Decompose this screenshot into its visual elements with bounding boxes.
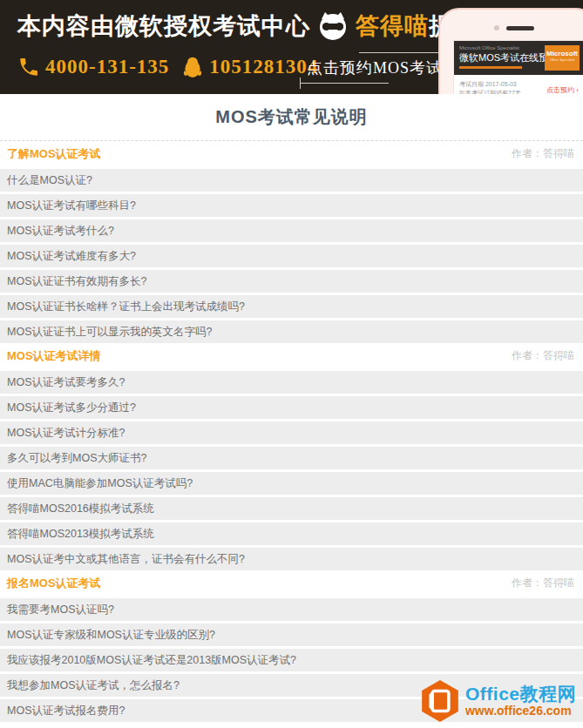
phone-camera-dot	[494, 25, 499, 30]
datamiao-cat-icon	[315, 11, 350, 41]
section-header: 报名MOS认证考试 作者：答得喵	[0, 570, 583, 596]
phone-icon	[17, 56, 40, 78]
phone-exam-list-item: 考试日期 2017-05-03 距离考试过期还有27天 点击预约 ›	[454, 75, 583, 94]
page-title: MOS考试常见说明	[0, 94, 583, 141]
watermark-site-name: Office教程网	[465, 684, 576, 704]
question-item[interactable]: 我应该报考2010版MOS认证考试还是2013版MOS认证考试?	[0, 649, 583, 671]
phone-speaker-slot	[506, 26, 534, 30]
phone-mockup: Microsoft Office Specialist 微软MOS考试在线预约 …	[438, 8, 583, 94]
question-item[interactable]: MOS认证专家级和MOS认证专业级的区别?	[0, 624, 583, 646]
top-banner: 本内容由微软授权考试中心 答得喵 提供 4000-131-135 1051281…	[0, 0, 583, 94]
question-item[interactable]: 答得喵MOS2013模拟考试系统	[0, 522, 583, 545]
question-item[interactable]: 使用MAC电脑能参加MOS认证考试吗?	[0, 472, 583, 495]
faq-list: 了解MOS认证考试 作者：答得喵 什么是MOS认证? MOS认证考试有哪些科目?…	[0, 141, 583, 722]
microsoft-logo-badge: Microsoft Office Specialist	[545, 45, 580, 71]
section-title[interactable]: 报名MOS认证考试	[7, 570, 101, 596]
question-item[interactable]: 我需要考MOS认证吗?	[0, 598, 583, 621]
phone-book-link: 点击预约 ›	[546, 85, 579, 94]
question-item[interactable]: 答得喵MOS2016模拟考试系统	[0, 497, 583, 520]
phone-app-url-bar	[459, 66, 522, 69]
banner-contacts: 4000-131-135 1051281304	[17, 56, 330, 78]
question-item[interactable]: MOS认证考试要考多久?	[0, 371, 583, 394]
watermark-site-url: www.office26.com	[465, 704, 576, 718]
cta-bracket-bottom-tick	[300, 78, 301, 89]
question-item[interactable]: 多久可以考到MOS大师证书?	[0, 447, 583, 469]
section-author: 作者：答得喵	[512, 570, 574, 596]
question-item[interactable]: MOS认证证书上可以显示我的英文名字吗?	[0, 320, 583, 343]
qq-number: 1051281304	[209, 56, 318, 78]
cta-bracket-bottom-line	[300, 83, 389, 84]
phone-screen: Microsoft Office Specialist 微软MOS考试在线预约 …	[453, 40, 583, 94]
phone-app-header: Microsoft Office Specialist 微软MOS考试在线预约 …	[454, 41, 583, 75]
office-hexagon-icon	[419, 679, 461, 723]
question-item[interactable]: MOS认证考试多少分通过?	[0, 396, 583, 419]
section-title[interactable]: 了解MOS认证考试	[7, 141, 101, 166]
question-item[interactable]: MOS认证考试有哪些科目?	[0, 194, 583, 217]
section-header: 了解MOS认证考试 作者：答得喵	[0, 141, 583, 166]
watermark-text: Office教程网 www.office26.com	[465, 684, 576, 718]
section-author: 作者：答得喵	[512, 343, 574, 368]
banner-brand-name: 答得喵	[356, 10, 429, 42]
section-title[interactable]: MOS认证考试详情	[7, 343, 101, 368]
question-item[interactable]: MOS认证考中文或其他语言，证书会有什么不同?	[0, 548, 583, 570]
microsoft-logo-title: Microsoft	[545, 51, 580, 57]
question-item[interactable]: MOS认证证书长啥样？证书上会出现考试成绩吗?	[0, 295, 583, 318]
site-watermark: Office教程网 www.office26.com	[419, 679, 576, 723]
phone-number: 4000-131-135	[45, 56, 169, 78]
question-item[interactable]: MOS认证考试计分标准?	[0, 421, 583, 444]
banner-headline-prefix: 本内容由微软授权考试中心	[17, 10, 310, 42]
question-item[interactable]: MOS认证考试难度有多大?	[0, 245, 583, 267]
banner-headline: 本内容由微软授权考试中心 答得喵 提供	[17, 10, 478, 42]
section-header: MOS认证考试详情 作者：答得喵	[0, 343, 583, 368]
question-item[interactable]: MOS认证考试考什么?	[0, 219, 583, 242]
book-mos-exam-button[interactable]: 点击预约MOS考试	[307, 57, 443, 78]
question-item[interactable]: MOS认证证书有效期有多长?	[0, 270, 583, 293]
question-item[interactable]: 什么是MOS认证?	[0, 169, 583, 192]
section-author: 作者：答得喵	[512, 141, 574, 166]
qq-icon	[181, 56, 204, 78]
microsoft-logo-sub: Office Specialist	[545, 57, 580, 63]
